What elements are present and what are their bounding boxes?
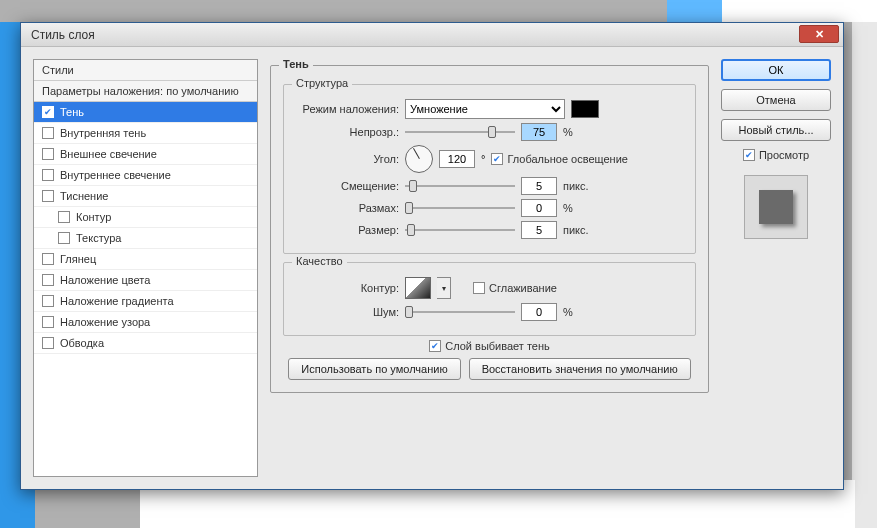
effect-item-1[interactable]: Внутренняя тень (34, 123, 257, 144)
quality-title: Качество (292, 255, 347, 267)
effect-item-7[interactable]: Глянец (34, 249, 257, 270)
opacity-unit: % (563, 126, 601, 138)
layer-style-dialog: Стиль слоя ✕ Стили Параметры наложения: … (20, 22, 844, 490)
cancel-button[interactable]: Отмена (721, 89, 831, 111)
effect-label: Внутреннее свечение (60, 169, 171, 181)
quality-group: Качество Контур: ▾ Сглаживание (283, 262, 696, 336)
checkbox-icon (42, 106, 54, 118)
effect-label: Глянец (60, 253, 96, 265)
distance-unit: пикс. (563, 180, 601, 192)
preview-box (744, 175, 808, 239)
structure-group: Структура Режим наложения: Умножение Неп… (283, 84, 696, 254)
effect-label: Тиснение (60, 190, 108, 202)
checkbox-icon (42, 295, 54, 307)
effect-item-10[interactable]: Наложение узора (34, 312, 257, 333)
noise-slider[interactable] (405, 304, 515, 320)
knockout-label: Слой выбивает тень (445, 340, 550, 352)
checkbox-icon (42, 316, 54, 328)
opacity-slider[interactable] (405, 124, 515, 140)
checkbox-icon (58, 232, 70, 244)
effect-groupbox: Тень Структура Режим наложения: Умножени… (270, 65, 709, 393)
new-style-button[interactable]: Новый стиль... (721, 119, 831, 141)
opacity-row: Непрозр.: % (294, 123, 685, 141)
contour-row: Контур: ▾ Сглаживание (294, 277, 685, 299)
preview-swatch (759, 190, 793, 224)
size-input[interactable] (521, 221, 557, 239)
effect-item-3[interactable]: Внутреннее свечение (34, 165, 257, 186)
effect-label: Текстура (76, 232, 121, 244)
effect-label: Контур (76, 211, 111, 223)
action-panel: ОК Отмена Новый стиль... Просмотр (721, 59, 831, 477)
global-light-check[interactable]: Глобальное освещение (491, 153, 628, 165)
checkbox-icon (42, 148, 54, 160)
size-label: Размер: (294, 224, 399, 236)
spread-slider[interactable] (405, 200, 515, 216)
opacity-input[interactable] (521, 123, 557, 141)
effect-label: Обводка (60, 337, 104, 349)
titlebar[interactable]: Стиль слоя ✕ (21, 23, 843, 47)
checkbox-icon (743, 149, 755, 161)
effect-label: Наложение узора (60, 316, 150, 328)
checkbox-icon (42, 253, 54, 265)
bg-right (852, 22, 877, 528)
distance-slider[interactable] (405, 178, 515, 194)
blend-mode-select[interactable]: Умножение (405, 99, 565, 119)
bg-tab (667, 0, 722, 22)
noise-input[interactable] (521, 303, 557, 321)
effect-label: Наложение цвета (60, 274, 150, 286)
checkbox-icon (42, 190, 54, 202)
global-light-label: Глобальное освещение (507, 153, 628, 165)
close-button[interactable]: ✕ (799, 25, 839, 43)
checkbox-icon (58, 211, 70, 223)
contour-label: Контур: (294, 282, 399, 294)
effect-title: Тень (279, 58, 313, 70)
blend-mode-label: Режим наложения: (294, 103, 399, 115)
ok-button[interactable]: ОК (721, 59, 831, 81)
styles-panel: Стили Параметры наложения: по умолчанию … (33, 59, 258, 477)
blending-options-header[interactable]: Параметры наложения: по умолчанию (34, 81, 257, 102)
angle-label: Угол: (294, 153, 399, 165)
effect-label: Наложение градиента (60, 295, 174, 307)
make-default-button[interactable]: Использовать по умолчанию (288, 358, 460, 380)
preview-label: Просмотр (759, 149, 809, 161)
angle-degree: ° (481, 153, 485, 165)
angle-dial[interactable] (405, 145, 433, 173)
knockout-row: Слой выбивает тень (283, 340, 696, 352)
effect-item-2[interactable]: Внешнее свечение (34, 144, 257, 165)
spread-unit: % (563, 202, 601, 214)
checkbox-icon (42, 169, 54, 181)
styles-header[interactable]: Стили (34, 60, 257, 81)
effect-item-0[interactable]: Тень (34, 102, 257, 123)
shadow-color-swatch[interactable] (571, 100, 599, 118)
spread-input[interactable] (521, 199, 557, 217)
effect-item-4[interactable]: Тиснение (34, 186, 257, 207)
close-icon: ✕ (815, 28, 824, 41)
angle-input[interactable] (439, 150, 475, 168)
reset-default-button[interactable]: Восстановить значения по умолчанию (469, 358, 691, 380)
effect-item-8[interactable]: Наложение цвета (34, 270, 257, 291)
settings-panel: Тень Структура Режим наложения: Умножени… (270, 59, 709, 477)
distance-row: Смещение: пикс. (294, 177, 685, 195)
effect-label: Тень (60, 106, 84, 118)
distance-input[interactable] (521, 177, 557, 195)
size-slider[interactable] (405, 222, 515, 238)
spread-row: Размах: % (294, 199, 685, 217)
structure-title: Структура (292, 77, 352, 89)
effect-item-6[interactable]: Текстура (34, 228, 257, 249)
checkbox-icon (429, 340, 441, 352)
contour-thumb[interactable] (405, 277, 431, 299)
checkbox-icon (42, 127, 54, 139)
size-unit: пикс. (563, 224, 601, 236)
chevron-down-icon: ▾ (442, 284, 446, 293)
contour-dropdown[interactable]: ▾ (437, 277, 451, 299)
size-row: Размер: пикс. (294, 221, 685, 239)
effect-item-5[interactable]: Контур (34, 207, 257, 228)
checkbox-icon (473, 282, 485, 294)
antialias-check[interactable]: Сглаживание (473, 282, 557, 294)
checkbox-icon (491, 153, 503, 165)
effect-item-11[interactable]: Обводка (34, 333, 257, 354)
noise-label: Шум: (294, 306, 399, 318)
effect-item-9[interactable]: Наложение градиента (34, 291, 257, 312)
knockout-check[interactable]: Слой выбивает тень (429, 340, 550, 352)
preview-check[interactable]: Просмотр (721, 149, 831, 161)
